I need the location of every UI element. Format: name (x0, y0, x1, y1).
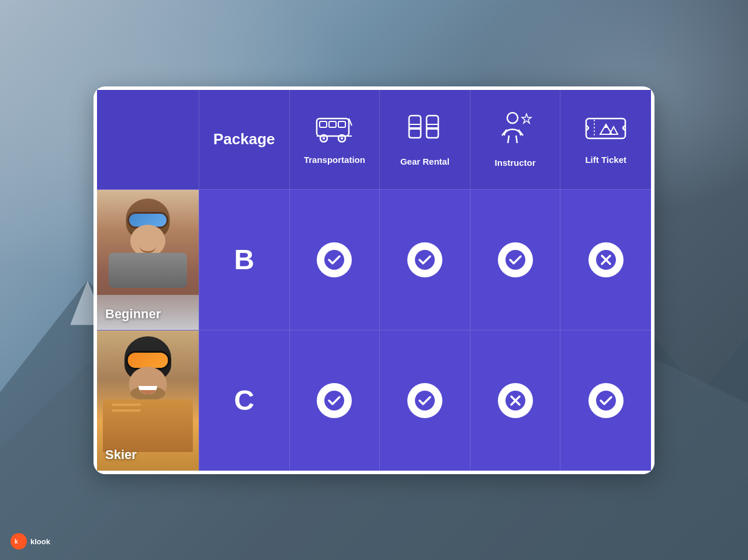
table-header: Package (97, 90, 651, 189)
package-header: Package (199, 90, 290, 189)
svg-rect-16 (409, 116, 421, 138)
comparison-table-wrapper: Package (94, 86, 654, 474)
skier-label: Skier (105, 447, 137, 462)
svg-rect-21 (427, 129, 438, 138)
transportation-label: Transportation (304, 155, 365, 165)
check-icon (407, 383, 442, 418)
ticket-icon (584, 114, 628, 145)
svg-point-37 (505, 250, 525, 270)
gear-rental-label: Gear Rental (400, 156, 449, 166)
skier-transportation (290, 331, 380, 471)
svg-rect-17 (409, 129, 421, 138)
main-container: Package (0, 0, 748, 560)
svg-rect-30 (586, 119, 625, 138)
skier-lift-ticket (560, 331, 651, 471)
transportation-header: Transportation (290, 90, 380, 189)
svg-rect-7 (320, 121, 327, 127)
cross-icon (498, 383, 533, 418)
check-icon (407, 242, 442, 277)
svg-line-28 (508, 135, 509, 143)
svg-marker-33 (610, 127, 618, 134)
svg-point-46 (596, 391, 616, 411)
svg-point-42 (415, 391, 435, 411)
svg-marker-27 (522, 114, 531, 123)
beginner-package-letter: B (199, 190, 290, 330)
klook-label: klook (30, 537, 50, 546)
svg-text:k: k (15, 538, 18, 545)
header-empty-cell (97, 90, 199, 189)
svg-point-14 (341, 137, 343, 140)
svg-point-12 (323, 137, 325, 140)
svg-point-36 (415, 250, 435, 270)
svg-point-35 (324, 250, 344, 270)
svg-rect-9 (338, 121, 345, 127)
klook-logo: k (11, 533, 27, 549)
skier-package-letter: C (199, 331, 290, 471)
skier-instructor (470, 331, 561, 471)
beginner-photo-cell: Beginner (97, 190, 199, 330)
check-icon (588, 383, 624, 418)
bus-icon (314, 114, 355, 145)
instructor-label: Instructor (495, 158, 536, 168)
svg-line-29 (516, 135, 517, 143)
beginner-gear-rental (380, 190, 470, 330)
lift-ticket-header: Lift Ticket (560, 90, 651, 189)
check-icon (317, 383, 352, 418)
package-label: Package (213, 130, 275, 148)
svg-point-41 (324, 391, 344, 411)
instructor-icon (496, 111, 534, 148)
gear-rental-header: Gear Rental (380, 90, 470, 189)
klook-badge: k klook (11, 533, 50, 549)
skier-row: Skier C (97, 330, 651, 471)
check-icon (317, 242, 352, 277)
ski-gear-icon (404, 113, 445, 147)
instructor-header: Instructor (470, 90, 561, 189)
check-icon (498, 242, 533, 277)
skier-gear-rental (380, 331, 470, 471)
lift-ticket-label: Lift Ticket (585, 155, 626, 165)
beginner-lift-ticket (560, 190, 651, 330)
beginner-label: Beginner (105, 307, 161, 322)
svg-point-24 (507, 113, 518, 123)
svg-rect-8 (329, 121, 336, 127)
cross-icon (588, 242, 624, 277)
beginner-instructor (470, 190, 561, 330)
beginner-row: Beginner B (97, 189, 651, 330)
svg-rect-20 (427, 116, 438, 138)
skier-photo-cell: Skier (97, 331, 199, 471)
beginner-transportation (290, 190, 380, 330)
